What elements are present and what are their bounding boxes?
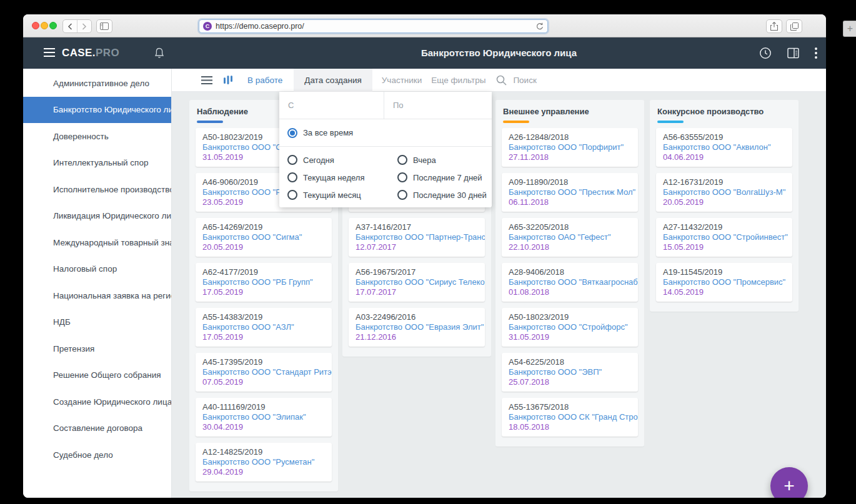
sidebar-item[interactable]: Создание Юридического лица [23, 388, 171, 415]
case-link[interactable]: Банкротство ООО "Вяткаагроснаб" [509, 277, 631, 287]
sidebar-item[interactable]: Банкротство Юридического лица [23, 97, 171, 124]
case-link[interactable]: Банкротство ООО "Стройфорс" [509, 322, 631, 332]
date-preset-option[interactable]: Последние 7 дней [397, 171, 492, 184]
case-card[interactable]: А12-14825/2019Банкротство ООО "Русметан"… [196, 443, 332, 482]
notifications-bell-icon[interactable] [154, 47, 164, 59]
date-preset-option[interactable]: Сегодня [287, 154, 397, 166]
url-text: https://demo.casepro.pro/ [216, 22, 536, 31]
filter-more[interactable]: Еще фильтры [431, 76, 485, 85]
sidebar-item[interactable]: Налоговый спор [23, 256, 171, 283]
case-card[interactable]: А37-1416/2017Банкротство ООО "Партнер-Тр… [349, 218, 485, 257]
sidebar-item[interactable]: Доверенность [23, 123, 171, 150]
sidebar-item[interactable]: Судебное дело [23, 442, 171, 468]
case-link[interactable]: Банкротство ООО "Сигма" [202, 232, 325, 242]
case-link[interactable]: Банкротство ООО "Стройинвест" [663, 232, 785, 242]
case-card[interactable]: А12-16731/2019Банкротство ООО "ВолгаШуз-… [656, 173, 792, 212]
case-number: А03-22496/2016 [356, 312, 478, 322]
case-card[interactable]: А26-12848/2018Банкротство ООО "Порфирит"… [502, 128, 638, 167]
case-link[interactable]: Банкротство ООО "РБ Групп" [202, 277, 325, 287]
date-preset-option[interactable]: Последние 30 дней [397, 189, 492, 201]
history-clock-icon[interactable] [759, 47, 772, 59]
close-window-button[interactable] [32, 22, 39, 29]
case-card[interactable]: А62-4177/2019Банкротство ООО "РБ Групп"1… [196, 263, 332, 302]
forward-button[interactable] [77, 20, 91, 32]
kanban-view-icon[interactable] [223, 74, 233, 86]
filter-participants[interactable]: Участники [382, 76, 422, 85]
radio-all-time[interactable]: За все время [279, 119, 492, 147]
case-date: 27.11.2018 [509, 152, 631, 162]
sidebar-item[interactable]: Ликвидация Юридического лица [23, 203, 171, 230]
case-card[interactable]: А27-11432/2019Банкротство ООО "Стройинве… [656, 218, 792, 257]
date-range-fields: С По [279, 92, 492, 119]
case-card[interactable]: А55-14383/2019Банкротство ООО "АЗЛ"17.05… [196, 308, 332, 347]
minimize-window-button[interactable] [41, 22, 48, 29]
case-link[interactable]: Банкротство ООО "Евразия Элит" [356, 322, 478, 332]
case-number: А09-11890/2018 [509, 177, 631, 187]
date-to-input[interactable]: По [384, 92, 492, 119]
sidebar-item[interactable]: Административное дело [23, 70, 171, 97]
filter-creation-date[interactable]: Дата создания [294, 69, 372, 92]
search-label[interactable]: Поиск [513, 76, 536, 85]
reading-panel-icon[interactable] [787, 47, 799, 59]
case-date: 20.05.2019 [663, 197, 785, 207]
date-preset-option[interactable]: Текущая неделя [287, 171, 397, 184]
case-number: А40-111169/2019 [202, 402, 325, 412]
case-link[interactable]: Банкротство ООО "ВолгаШуз-М" [663, 187, 785, 197]
case-card[interactable]: А45-17395/2019Банкротство ООО "Стандарт … [196, 353, 332, 392]
case-card[interactable]: А40-111169/2019Банкротство ООО "Элипак"3… [196, 398, 332, 437]
case-date: 18.05.2018 [509, 422, 631, 432]
background-new-tab-button[interactable]: + [843, 21, 856, 37]
case-link[interactable]: Банкротство ООО "Элипак" [202, 412, 325, 422]
case-number: А65-14269/2019 [202, 222, 325, 232]
date-preset-option[interactable]: Текущий месяц [287, 189, 397, 201]
case-link[interactable]: Банкротство ООО "Аквилон" [663, 142, 785, 152]
date-preset-option[interactable]: Вчера [397, 154, 492, 166]
date-from-input[interactable]: С [279, 92, 384, 119]
case-card[interactable]: А54-6225/2018Банкротство ООО "ЭВП"25.07.… [502, 353, 638, 392]
case-link[interactable]: Банкротство ООО "Партнер-Транс" [356, 232, 478, 242]
case-card[interactable]: А09-11890/2018Банкротство ООО "Престиж М… [502, 173, 638, 212]
app-menu-icon[interactable] [44, 48, 55, 57]
case-link[interactable]: Банкротство ООО "ЭВП" [509, 367, 631, 377]
show-tabs-button[interactable] [786, 19, 802, 33]
case-card[interactable]: А19-11545/2019Банкротство ООО "Промсерви… [656, 263, 792, 302]
case-link[interactable]: Банкротство ООО "Русметан" [202, 457, 325, 467]
sidebar-item[interactable]: Решение Общего собрания [23, 362, 171, 389]
zoom-window-button[interactable] [49, 22, 57, 29]
search-icon[interactable] [496, 75, 507, 86]
sidebar-item[interactable]: Международный товарный знак [23, 229, 171, 256]
case-link[interactable]: Банкротство ООО "Порфирит" [509, 142, 631, 152]
sidebar-item[interactable]: Претензия [23, 335, 171, 362]
reload-icon[interactable] [536, 22, 544, 31]
sidebar-item[interactable]: Исполнительное производство [23, 176, 171, 203]
case-link[interactable]: Банкротство ООО "АЗЛ" [202, 322, 325, 332]
case-link[interactable]: Банкротство ОАО "Гефест" [509, 232, 631, 242]
case-card[interactable]: А56-19675/2017Банкротство ООО "Сириус Те… [349, 263, 485, 302]
sidebar-toggle-button[interactable] [96, 19, 112, 33]
browser-window: C https://demo.casepro.pro/ CASE.PRO Бан… [23, 14, 826, 498]
sidebar-item[interactable]: Национальная заявка на регистра... [23, 282, 171, 309]
case-link[interactable]: Банкротство ООО "Стандарт Ритэил" [202, 367, 325, 377]
sidebar-item[interactable]: НДБ [23, 309, 171, 336]
case-link[interactable]: Банкротство ООО СК "Гранд Строй" [509, 412, 631, 422]
case-card[interactable]: А28-9406/2018Банкротство ООО "Вяткаагрос… [502, 263, 638, 302]
case-card[interactable]: А56-63555/2019Банкротство ООО "Аквилон"0… [656, 128, 792, 167]
case-card[interactable]: А65-32205/2018Банкротство ОАО "Гефест"22… [502, 218, 638, 257]
case-card[interactable]: А65-14269/2019Банкротство ООО "Сигма"20.… [196, 218, 332, 257]
address-bar[interactable]: C https://demo.casepro.pro/ [199, 19, 548, 33]
filter-in-work[interactable]: В работе [247, 76, 282, 85]
case-date: 20.05.2019 [202, 242, 325, 252]
case-card[interactable]: А50-18023/2019Банкротство ООО "Стройфорс… [502, 308, 638, 347]
more-options-icon[interactable] [815, 47, 817, 59]
radio-unselected-icon [287, 172, 297, 182]
share-button[interactable] [766, 19, 782, 33]
list-view-icon[interactable] [201, 76, 212, 84]
back-button[interactable] [63, 20, 77, 32]
sidebar-item[interactable]: Интеллектуальный спор [23, 150, 171, 177]
case-link[interactable]: Банкротство ООО "Сириус Телеком" [356, 277, 478, 287]
case-link[interactable]: Банкротство ООО "Престиж Мол" [509, 187, 631, 197]
case-link[interactable]: Банкротство ООО "Промсервис" [663, 277, 785, 287]
sidebar-item[interactable]: Составление договора [23, 415, 171, 442]
case-card[interactable]: А03-22496/2016Банкротство ООО "Евразия Э… [349, 308, 485, 347]
case-card[interactable]: А55-13675/2018Банкротство ООО СК "Гранд … [502, 398, 638, 437]
